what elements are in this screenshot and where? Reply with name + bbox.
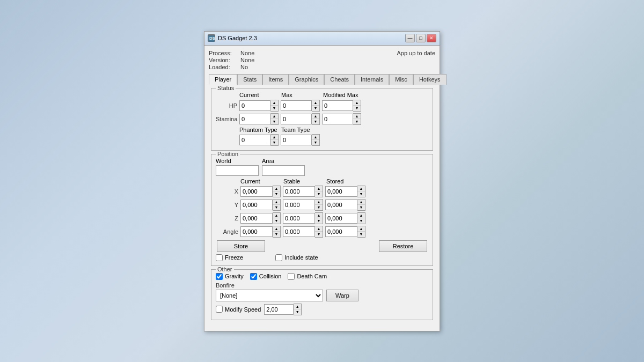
z-current-spinner: ▲ ▼ xyxy=(273,212,281,224)
hp-current-down[interactable]: ▼ xyxy=(270,106,278,111)
bonfire-dropdown[interactable]: [None] xyxy=(216,290,323,301)
hp-modmax-down[interactable]: ▼ xyxy=(353,106,361,111)
z-stable-down[interactable]: ▼ xyxy=(315,218,323,224)
minimize-button[interactable]: — xyxy=(405,34,415,42)
gravity-checkbox[interactable] xyxy=(216,273,223,280)
x-stable-down[interactable]: ▼ xyxy=(315,191,323,197)
angle-current-input[interactable] xyxy=(240,226,273,237)
angle-current-up[interactable]: ▲ xyxy=(273,226,280,232)
z-stored-down[interactable]: ▼ xyxy=(357,218,365,224)
phantom-type-spinner: ▲ ▼ xyxy=(270,134,279,146)
hp-modmax-spinner: ▲ ▼ xyxy=(353,100,361,112)
team-type-up[interactable]: ▲ xyxy=(312,135,319,140)
angle-stored-input[interactable] xyxy=(325,226,357,237)
collision-checkbox[interactable] xyxy=(250,273,257,280)
hp-max-input[interactable] xyxy=(281,100,312,111)
hp-current-input[interactable] xyxy=(239,100,270,111)
hp-modmax-input[interactable] xyxy=(322,100,353,111)
tab-cheats[interactable]: Cheats xyxy=(324,74,355,85)
stamina-current-down[interactable]: ▼ xyxy=(270,119,278,124)
y-current-input[interactable] xyxy=(240,200,273,210)
type-headers: Phantom Type Team Type xyxy=(216,127,428,133)
tab-player[interactable]: Player xyxy=(209,74,237,85)
warp-button[interactable]: Warp xyxy=(326,290,358,301)
phantom-type-down[interactable]: ▼ xyxy=(270,140,278,145)
y-stored-up[interactable]: ▲ xyxy=(357,200,365,205)
angle-stored-down[interactable]: ▼ xyxy=(357,232,365,237)
modify-speed-up[interactable]: ▲ xyxy=(294,304,301,309)
angle-stable-up[interactable]: ▲ xyxy=(315,226,323,232)
tab-graphics[interactable]: Graphics xyxy=(289,74,324,85)
death-cam-checkbox[interactable] xyxy=(288,273,295,280)
y-stable-input[interactable] xyxy=(283,200,315,210)
angle-current-down[interactable]: ▼ xyxy=(273,232,280,237)
tab-hotkeys[interactable]: Hotkeys xyxy=(413,74,447,85)
x-current-up[interactable]: ▲ xyxy=(273,186,280,191)
stamina-current-up[interactable]: ▲ xyxy=(270,114,278,119)
restore-button[interactable]: Restore xyxy=(379,240,427,252)
z-current-down[interactable]: ▼ xyxy=(273,218,280,224)
x-stable-input[interactable] xyxy=(283,186,315,197)
freeze-checkbox[interactable] xyxy=(216,254,223,261)
y-stored-down[interactable]: ▼ xyxy=(357,205,365,210)
phantom-type-up[interactable]: ▲ xyxy=(270,135,278,140)
hp-modmax-up[interactable]: ▲ xyxy=(353,100,361,106)
stamina-max-input[interactable] xyxy=(281,114,312,124)
z-stored-input[interactable] xyxy=(325,213,357,224)
x-current-input[interactable] xyxy=(240,186,273,197)
modify-speed-label: Modify Speed xyxy=(225,306,261,313)
close-button[interactable]: ✕ xyxy=(427,34,436,42)
x-current-down[interactable]: ▼ xyxy=(273,191,280,197)
z-current-input[interactable] xyxy=(240,213,273,224)
modify-speed-checkbox-label[interactable]: Modify Speed xyxy=(216,306,261,313)
y-stable-up[interactable]: ▲ xyxy=(315,200,323,205)
y-stored-input[interactable] xyxy=(325,200,357,210)
phantom-type-input[interactable] xyxy=(239,135,270,145)
collision-label[interactable]: Collision xyxy=(250,273,282,280)
x-stable-up[interactable]: ▲ xyxy=(315,186,323,191)
y-stable-spinner: ▲ ▼ xyxy=(315,199,323,211)
y-current-up[interactable]: ▲ xyxy=(273,200,280,205)
tab-stats[interactable]: Stats xyxy=(237,74,262,85)
stamina-modmax-up[interactable]: ▲ xyxy=(353,114,361,119)
stamina-modmax-input[interactable] xyxy=(322,114,353,124)
hp-max-up[interactable]: ▲ xyxy=(312,100,319,106)
angle-stable-down[interactable]: ▼ xyxy=(315,232,323,237)
tab-items[interactable]: Items xyxy=(262,74,289,85)
freeze-checkbox-label[interactable]: Freeze xyxy=(216,254,243,261)
angle-stored-up[interactable]: ▲ xyxy=(357,226,365,232)
z-stable-input[interactable] xyxy=(283,213,315,224)
z-stable-spinner: ▲ ▼ xyxy=(315,212,323,224)
include-state-checkbox[interactable] xyxy=(275,254,282,261)
area-input[interactable] xyxy=(262,165,305,176)
z-stable-up[interactable]: ▲ xyxy=(315,213,323,218)
angle-stable-input[interactable] xyxy=(283,226,315,237)
include-state-checkbox-label[interactable]: Include state xyxy=(275,254,318,261)
modify-speed-down[interactable]: ▼ xyxy=(294,309,301,315)
store-button[interactable]: Store xyxy=(217,240,265,252)
stamina-modmax-down[interactable]: ▼ xyxy=(353,119,361,124)
tab-misc[interactable]: Misc xyxy=(389,74,413,85)
world-input[interactable] xyxy=(216,165,259,176)
hp-current-up[interactable]: ▲ xyxy=(270,100,278,106)
team-type-input[interactable] xyxy=(281,135,312,145)
x-stored-up[interactable]: ▲ xyxy=(357,186,365,191)
maximize-button[interactable]: □ xyxy=(416,34,426,42)
death-cam-label[interactable]: Death Cam xyxy=(288,273,327,280)
team-type-down[interactable]: ▼ xyxy=(312,140,319,145)
gravity-label[interactable]: Gravity xyxy=(216,273,244,280)
stamina-max-up[interactable]: ▲ xyxy=(312,114,319,119)
tab-internals[interactable]: Internals xyxy=(355,74,389,85)
y-stable-down[interactable]: ▼ xyxy=(315,205,323,210)
modify-speed-input[interactable] xyxy=(264,304,294,315)
z-stored-up[interactable]: ▲ xyxy=(357,213,365,218)
modify-speed-checkbox[interactable] xyxy=(216,306,223,313)
stamina-max-down[interactable]: ▼ xyxy=(312,119,319,124)
y-current-down[interactable]: ▼ xyxy=(273,205,280,210)
x-stored-input[interactable] xyxy=(325,186,357,197)
hp-max-down[interactable]: ▼ xyxy=(312,106,319,111)
x-current-field: ▲ ▼ xyxy=(240,186,281,197)
stamina-current-input[interactable] xyxy=(239,114,270,124)
x-stored-down[interactable]: ▼ xyxy=(357,191,365,197)
z-current-up[interactable]: ▲ xyxy=(273,213,280,218)
